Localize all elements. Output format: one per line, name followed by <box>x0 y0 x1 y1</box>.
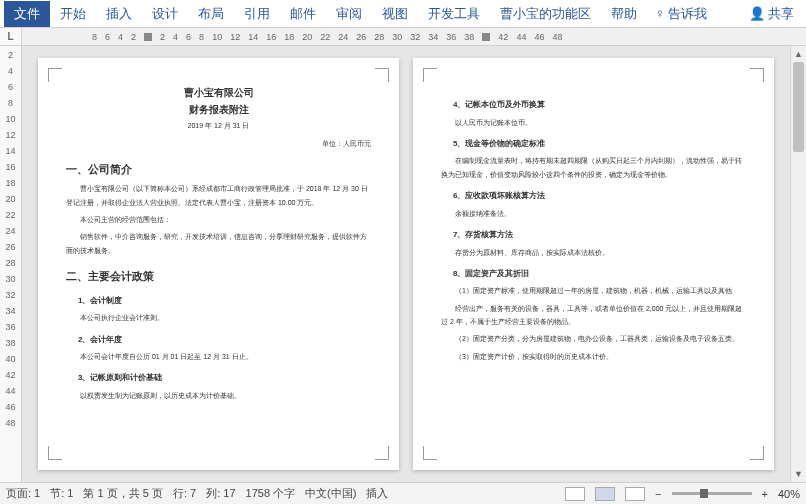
ruler-tick: 18 <box>284 32 294 42</box>
ruler-tick: 2 <box>131 32 136 42</box>
ruler-tick: 20 <box>5 194 15 204</box>
ruler-tick: 16 <box>5 162 15 172</box>
share-button[interactable]: 👤 共享 <box>741 1 802 27</box>
tell-me-label: 告诉我 <box>668 5 707 23</box>
workspace: 2 4 6 8 10 12 14 16 18 20 22 24 26 28 30… <box>0 46 806 482</box>
scrollbar-track[interactable] <box>791 62 806 466</box>
ruler-tick: 30 <box>392 32 402 42</box>
ruler-tick: 34 <box>5 306 15 316</box>
crop-mark-icon <box>750 446 764 460</box>
paragraph: 在编制现金流量表时，将持有期未超四期限（从购买日起三个月内到期），流动性强，易于… <box>441 154 746 181</box>
ruler-tick: 46 <box>534 32 544 42</box>
ruler-tick: 22 <box>5 210 15 220</box>
zoom-slider[interactable] <box>672 492 752 495</box>
heading-2: 5、现金等价物的确定标准 <box>441 137 746 151</box>
paragraph: 本公司会计年度自公历 01 月 01 日起至 12 月 31 日止。 <box>66 350 371 363</box>
zoom-out-button[interactable]: − <box>655 488 661 500</box>
tab-home[interactable]: 开始 <box>50 1 96 27</box>
ruler-tick: 46 <box>5 402 15 412</box>
heading-2: 8、固定资产及其折旧 <box>441 267 746 281</box>
status-language[interactable]: 中文(中国) <box>305 486 356 501</box>
tab-layout[interactable]: 布局 <box>188 1 234 27</box>
tab-references[interactable]: 引用 <box>234 1 280 27</box>
ruler-tick: 24 <box>338 32 348 42</box>
ruler-tick: 32 <box>410 32 420 42</box>
ruler-tick: 6 <box>186 32 191 42</box>
ruler-tick: 42 <box>5 370 15 380</box>
doc-date: 2019 年 12 月 31 日 <box>66 120 371 132</box>
view-web-layout-button[interactable] <box>625 487 645 501</box>
tab-review[interactable]: 审阅 <box>326 1 372 27</box>
doc-unit: 单位：人民币元 <box>66 138 371 150</box>
doc-company-title: 曹小宝有限公司 <box>66 84 371 101</box>
tab-custom[interactable]: 曹小宝的功能区 <box>490 1 601 27</box>
paragraph: 本公司主营的经营范围包括： <box>66 213 371 226</box>
ruler-tick: 10 <box>5 114 15 124</box>
crop-mark-icon <box>375 68 389 82</box>
zoom-in-button[interactable]: + <box>762 488 768 500</box>
ruler-corner[interactable]: L <box>0 28 22 45</box>
tab-file[interactable]: 文件 <box>4 1 50 27</box>
tab-help[interactable]: 帮助 <box>601 1 647 27</box>
indent-marker-icon[interactable] <box>482 33 490 41</box>
zoom-slider-handle[interactable] <box>700 489 708 498</box>
paragraph: （2）固定资产分类，分为房屋建筑物，电办公设备，工器具类，运输设备及电子设备五类… <box>441 332 746 345</box>
scroll-down-icon[interactable]: ▼ <box>791 466 806 482</box>
horizontal-ruler[interactable]: 8 6 4 2 2 4 6 8 10 12 14 16 18 20 22 24 … <box>22 28 806 45</box>
share-icon: 👤 <box>749 6 765 21</box>
scrollbar-thumb[interactable] <box>793 62 804 152</box>
tab-mailings[interactable]: 邮件 <box>280 1 326 27</box>
view-read-mode-button[interactable] <box>565 487 585 501</box>
document-area[interactable]: 曹小宝有限公司 财务报表附注 2019 年 12 月 31 日 单位：人民币元 … <box>22 46 790 482</box>
heading-1: 二、主要会计政策 <box>66 267 371 286</box>
paragraph: （3）固定资产计价，按实取得时的历史成本计价。 <box>441 350 746 363</box>
tab-design[interactable]: 设计 <box>142 1 188 27</box>
ruler-tick: 22 <box>320 32 330 42</box>
heading-2: 7、存货核算方法 <box>441 228 746 242</box>
status-word-count[interactable]: 1758 个字 <box>246 486 296 501</box>
tab-view[interactable]: 视图 <box>372 1 418 27</box>
paragraph: 本公司执行企业会计准则。 <box>66 311 371 324</box>
paragraph: 曹小宝有限公司（以下简称本公司）系经成都市工商行政管理局批准，于 2018 年 … <box>66 182 371 209</box>
tab-developer[interactable]: 开发工具 <box>418 1 490 27</box>
crop-mark-icon <box>375 446 389 460</box>
page-1[interactable]: 曹小宝有限公司 财务报表附注 2019 年 12 月 31 日 单位：人民币元 … <box>38 58 399 470</box>
status-col[interactable]: 列: 17 <box>206 486 235 501</box>
ruler-tick: 42 <box>498 32 508 42</box>
vertical-scrollbar[interactable]: ▲ ▼ <box>790 46 806 482</box>
ruler-tick: 28 <box>374 32 384 42</box>
ruler-tick: 12 <box>5 130 15 140</box>
ruler-tick: 38 <box>5 338 15 348</box>
scroll-up-icon[interactable]: ▲ <box>791 46 806 62</box>
view-print-layout-button[interactable] <box>595 487 615 501</box>
status-insert-mode[interactable]: 插入 <box>366 486 388 501</box>
heading-2: 4、记帐本位币及外币换算 <box>441 98 746 112</box>
indent-marker-icon[interactable] <box>144 33 152 41</box>
heading-1: 一、公司简介 <box>66 160 371 179</box>
ruler-tick: 48 <box>5 418 15 428</box>
ruler-tick: 4 <box>173 32 178 42</box>
ruler-tick: 38 <box>464 32 474 42</box>
zoom-level[interactable]: 40% <box>778 488 800 500</box>
page-2[interactable]: 4、记帐本位币及外币换算 以人民币为记账本位币。 5、现金等价物的确定标准 在编… <box>413 58 774 470</box>
vertical-ruler[interactable]: 2 4 6 8 10 12 14 16 18 20 22 24 26 28 30… <box>0 46 22 482</box>
tell-me[interactable]: ♀ 告诉我 <box>647 1 715 27</box>
status-section[interactable]: 节: 1 <box>50 486 73 501</box>
status-page-of[interactable]: 第 1 页，共 5 页 <box>83 486 162 501</box>
status-page[interactable]: 页面: 1 <box>6 486 40 501</box>
tab-insert[interactable]: 插入 <box>96 1 142 27</box>
paragraph: 以人民币为记账本位币。 <box>441 116 746 129</box>
ribbon: 文件 开始 插入 设计 布局 引用 邮件 审阅 视图 开发工具 曹小宝的功能区 … <box>0 0 806 28</box>
doc-subtitle: 财务报表附注 <box>66 101 371 118</box>
heading-2: 3、记帐原则和计价基础 <box>66 371 371 385</box>
ruler-tick: 6 <box>8 82 13 92</box>
ruler-tick: 28 <box>5 258 15 268</box>
ruler-tick: 26 <box>5 242 15 252</box>
ruler-tick: 6 <box>105 32 110 42</box>
ruler-tick: 2 <box>160 32 165 42</box>
ruler-tick: 20 <box>302 32 312 42</box>
ruler-tick: 34 <box>428 32 438 42</box>
status-row[interactable]: 行: 7 <box>173 486 196 501</box>
heading-2: 2、会计年度 <box>66 333 371 347</box>
ruler-tick: 12 <box>230 32 240 42</box>
